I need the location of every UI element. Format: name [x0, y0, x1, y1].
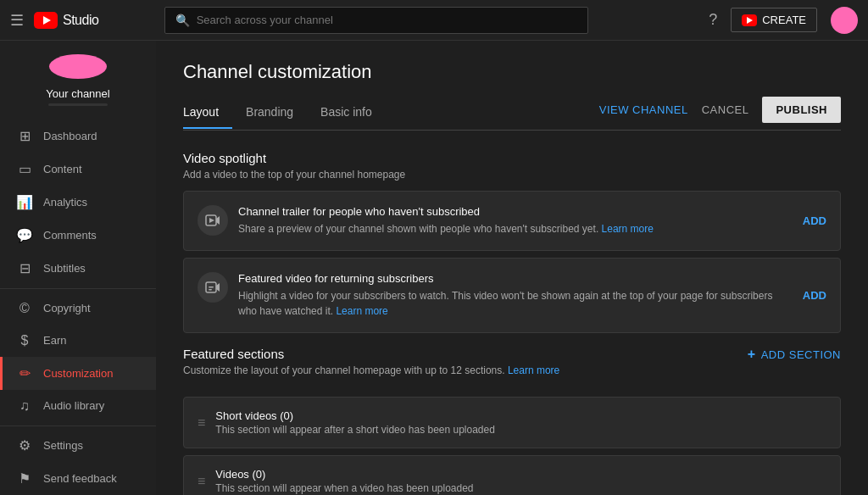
featured-sections-learn-more[interactable]: Learn more [508, 364, 559, 376]
customization-icon: ✏ [16, 365, 33, 381]
trailer-add-button[interactable]: ADD [803, 214, 826, 227]
section-row-content: Videos (0) This section will appear when… [215, 468, 826, 494]
page-title: Channel customization [183, 61, 841, 83]
sidebar-item-subtitles[interactable]: ⊟ Subtitles [0, 252, 156, 285]
sidebar-item-comments[interactable]: 💬 Comments [0, 219, 156, 252]
drag-icon[interactable]: ≡ [198, 415, 205, 431]
tabs-actions: VIEW CHANNEL CANCEL PUBLISH [599, 97, 841, 130]
sidebar-channel-bar [48, 103, 108, 106]
trailer-card-title: Channel trailer for people who haven't s… [238, 205, 793, 218]
video-spotlight-title: Video spotlight [183, 151, 841, 165]
trailer-learn-more-link[interactable]: Learn more [602, 223, 654, 235]
logo[interactable]: Studio [34, 12, 98, 29]
sidebar-item-label: Subtitles [43, 262, 86, 275]
sidebar-item-audio-library[interactable]: ♫ Audio library [0, 390, 156, 422]
search-icon: 🔍 [175, 14, 190, 27]
publish-button[interactable]: PUBLISH [762, 97, 841, 123]
sidebar-channel-name: Your channel [46, 87, 109, 100]
plus-icon: + [748, 347, 756, 362]
header: ☰ Studio 🔍 ? CREATE [0, 0, 868, 41]
analytics-icon: 📊 [16, 194, 33, 210]
sidebar-item-dashboard[interactable]: ⊞ Dashboard [0, 120, 156, 153]
svg-rect-6 [209, 289, 212, 291]
section-row-shorts: ≡ Short videos (0) This section will app… [183, 397, 841, 448]
featured-video-icon [205, 280, 220, 295]
studio-label: Studio [63, 13, 98, 28]
youtube-logo-icon [34, 12, 58, 29]
sidebar: Your channel ⊞ Dashboard ▭ Content 📊 Ana… [0, 41, 156, 495]
add-section-label: ADD SECTION [761, 348, 841, 361]
section-row-desc: This section will appear after a short v… [215, 424, 826, 436]
section-row-desc: This section will appear when a video ha… [215, 482, 826, 494]
drag-icon[interactable]: ≡ [198, 474, 205, 489]
sidebar-item-label: Dashboard [43, 130, 97, 142]
sidebar-item-label: Earn [43, 334, 66, 347]
sidebar-item-settings[interactable]: ⚙ Settings [0, 429, 156, 462]
featured-add-button[interactable]: ADD [803, 289, 826, 302]
sidebar-item-label: Content [43, 163, 82, 175]
play-triangle-icon [747, 17, 753, 24]
sidebar-item-feedback[interactable]: ⚑ Send feedback [0, 462, 156, 495]
feedback-label: Send feedback [43, 472, 117, 485]
trailer-card-icon [198, 205, 228, 236]
featured-card-content: Featured video for returning subscribers… [238, 272, 793, 319]
section-row-content: Short videos (0) This section will appea… [215, 409, 826, 436]
header-right: ? CREATE [709, 7, 858, 34]
section-row-title: Videos (0) [215, 468, 826, 481]
cancel-button[interactable]: CANCEL [702, 103, 749, 116]
featured-sections-wrapper: Featured sections Customize the layout o… [183, 347, 841, 495]
sidebar-item-analytics[interactable]: 📊 Analytics [0, 186, 156, 219]
sidebar-item-label: Customization [43, 367, 113, 380]
channel-trailer-card: Channel trailer for people who haven't s… [183, 191, 841, 251]
featured-card-icon [198, 272, 228, 303]
audio-library-icon: ♫ [16, 398, 33, 414]
add-section-button[interactable]: + ADD SECTION [748, 347, 841, 362]
video-icon [205, 213, 220, 228]
tab-basic-info[interactable]: Basic info [320, 98, 386, 129]
section-row-title: Short videos (0) [215, 409, 826, 422]
sidebar-item-content[interactable]: ▭ Content [0, 153, 156, 186]
trailer-card-content: Channel trailer for people who haven't s… [238, 205, 793, 236]
menu-icon[interactable]: ☰ [10, 11, 24, 30]
create-button[interactable]: CREATE [731, 8, 817, 32]
featured-sections-title: Featured sections [183, 347, 748, 361]
trailer-card-desc: Share a preview of your channel shown wi… [238, 221, 793, 236]
subtitles-icon: ⊟ [16, 260, 33, 276]
svg-rect-5 [209, 286, 214, 288]
section-row-videos: ≡ Videos (0) This section will appear wh… [183, 455, 841, 495]
content-area: Channel customization Layout Branding Ba… [156, 41, 868, 495]
avatar[interactable] [831, 7, 858, 34]
search-input[interactable] [197, 14, 577, 26]
main-layout: Your channel ⊞ Dashboard ▭ Content 📊 Ana… [0, 41, 868, 495]
view-channel-button[interactable]: VIEW CHANNEL [599, 103, 688, 116]
featured-card-desc: Highlight a video for your subscribers t… [238, 288, 793, 319]
tab-branding[interactable]: Branding [246, 98, 307, 129]
settings-label: Settings [43, 439, 83, 452]
content-icon: ▭ [16, 161, 33, 177]
featured-sections-left: Featured sections Customize the layout o… [183, 347, 748, 387]
help-icon[interactable]: ? [709, 11, 717, 29]
sidebar-item-label: Analytics [43, 196, 87, 209]
featured-sections-header: Featured sections Customize the layout o… [183, 347, 841, 387]
create-icon [742, 14, 757, 26]
earn-icon: $ [16, 333, 33, 348]
sidebar-item-label: Copyright [43, 302, 91, 314]
sidebar-avatar[interactable] [49, 54, 107, 79]
featured-sections-desc: Customize the layout of your channel hom… [183, 364, 748, 376]
dashboard-icon: ⊞ [16, 128, 33, 144]
sidebar-item-earn[interactable]: $ Earn [0, 325, 156, 357]
featured-card-title: Featured video for returning subscribers [238, 272, 793, 285]
feedback-icon: ⚑ [16, 470, 33, 487]
sidebar-item-copyright[interactable]: © Copyright [0, 292, 156, 325]
copyright-icon: © [16, 301, 33, 316]
featured-learn-more-link[interactable]: Learn more [336, 305, 387, 317]
sidebar-item-customization[interactable]: ✏ Customization [0, 357, 156, 390]
tabs-bar: Layout Branding Basic info VIEW CHANNEL … [183, 97, 841, 131]
featured-video-card: Featured video for returning subscribers… [183, 258, 841, 333]
create-label: CREATE [762, 14, 806, 26]
tab-layout[interactable]: Layout [183, 98, 232, 129]
settings-icon: ⚙ [16, 437, 33, 453]
svg-marker-3 [209, 218, 214, 223]
comments-icon: 💬 [16, 227, 33, 243]
search-bar[interactable]: 🔍 [164, 7, 588, 34]
